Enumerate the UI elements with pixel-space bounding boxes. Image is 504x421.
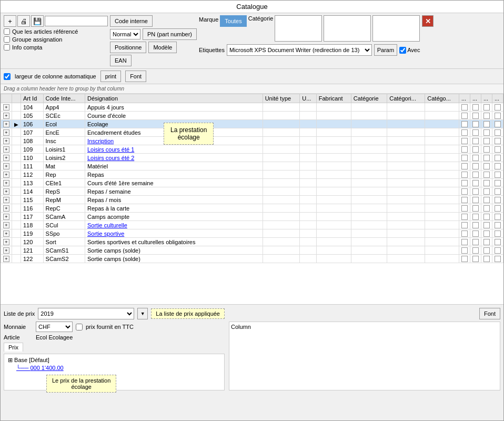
- table-row[interactable]: + 110 Loisirs2 Loisirs cours été 2: [1, 154, 503, 162]
- param-btn[interactable]: Param: [374, 44, 397, 56]
- price-value-item[interactable]: └── 000 1'400.00: [6, 365, 223, 371]
- table-row[interactable]: + 112 Rep Repas: [1, 171, 503, 179]
- expand-btn[interactable]: +: [3, 188, 9, 195]
- toutes-tab[interactable]: Toutes: [220, 15, 246, 27]
- toutes1-filter[interactable]: [275, 15, 322, 42]
- table-row[interactable]: + 108 Insc Inscription: [1, 137, 503, 145]
- col-c1[interactable]: ...: [459, 94, 470, 103]
- col-categorie[interactable]: Catégorie: [351, 94, 387, 103]
- toutes3-filter[interactable]: [372, 15, 420, 42]
- print-btn[interactable]: print: [100, 71, 121, 82]
- col-cat3[interactable]: Catégo...: [425, 94, 459, 103]
- prix-ttc-check[interactable]: [76, 324, 83, 330]
- bottom-left-panel: Liste de prix 2019 ▼ La liste de prix ap…: [4, 308, 225, 390]
- new-button[interactable]: +: [4, 15, 16, 27]
- expand-btn[interactable]: +: [3, 205, 9, 212]
- expand-btn[interactable]: +: [3, 180, 9, 186]
- expand-btn[interactable]: +: [3, 138, 9, 144]
- art-id-cell: 118: [21, 221, 44, 229]
- table-row[interactable]: + 109 Loisirs1 Loisirs cours été 1: [1, 145, 503, 154]
- info-compta-check[interactable]: [4, 44, 10, 51]
- avec-check[interactable]: [399, 47, 406, 54]
- liste-prix-select[interactable]: 2019: [38, 308, 134, 319]
- prix-tab[interactable]: Prix: [4, 343, 23, 352]
- table-row[interactable]: + 115 RepM Repas / mois: [1, 196, 503, 204]
- cat3-cell: [425, 187, 459, 196]
- expand-btn[interactable]: +: [3, 113, 9, 119]
- save-button[interactable]: 💾: [31, 15, 44, 27]
- font-btn[interactable]: Font: [125, 71, 146, 82]
- cat2-cell: [387, 120, 425, 128]
- expand-btn[interactable]: +: [3, 146, 9, 153]
- code-cell: SCamS2: [43, 255, 85, 263]
- ean-btn[interactable]: EAN: [110, 55, 132, 66]
- bottom-font-btn[interactable]: Font: [479, 308, 500, 319]
- cat3-cell: [425, 162, 459, 171]
- col-code[interactable]: Code Inte...: [43, 94, 85, 103]
- expand-btn[interactable]: +: [3, 121, 9, 127]
- expand-btn[interactable]: +: [3, 104, 9, 111]
- expand-btn[interactable]: +: [3, 172, 9, 178]
- arrow-cell: [12, 196, 21, 204]
- positionne-btn[interactable]: Positionne: [110, 42, 146, 53]
- col-cat2[interactable]: Catégori...: [387, 94, 425, 103]
- col-designation[interactable]: Désignation: [85, 94, 263, 103]
- expand-cell: +: [1, 255, 12, 263]
- col-unite-type[interactable]: Unité type: [263, 94, 300, 103]
- expand-btn[interactable]: +: [3, 163, 9, 169]
- modele-btn[interactable]: Modèle: [148, 42, 177, 53]
- table-row[interactable]: + 117 SCamA Camps acompte: [1, 213, 503, 221]
- expand-btn[interactable]: +: [3, 155, 9, 161]
- col-u[interactable]: U...: [300, 94, 317, 103]
- table-row[interactable]: + 118 SCul Sortie culturelle: [1, 221, 503, 229]
- table-row[interactable]: + 116 RepC Repas à la carte: [1, 204, 503, 213]
- col-fabricant[interactable]: Fabricant: [316, 94, 351, 103]
- table-row[interactable]: + 119 SSpo Sortie sportive: [1, 229, 503, 238]
- table-row[interactable]: + 113 CEte1 Cours d'été 1ère semaine: [1, 179, 503, 187]
- c2-cell: [470, 255, 481, 263]
- col-arrow: [12, 94, 21, 103]
- que-les-articles-check[interactable]: [4, 28, 10, 35]
- groupe-assignation-check[interactable]: [4, 36, 10, 43]
- expand-btn[interactable]: +: [3, 230, 9, 237]
- pn-btn[interactable]: PN (part number): [143, 28, 197, 40]
- table-row[interactable]: + 111 Mat Matériel: [1, 162, 503, 171]
- code-interne-btn[interactable]: Code interne: [110, 15, 153, 27]
- u-cell: [300, 221, 317, 229]
- table-row[interactable]: + 104 App4 Appuis 4 jours: [1, 103, 503, 112]
- col-c4[interactable]: ...: [492, 94, 503, 103]
- expand-btn[interactable]: +: [3, 129, 9, 136]
- cat2-cell: [387, 196, 425, 204]
- print-button[interactable]: 🖨: [17, 15, 30, 27]
- close-button[interactable]: ✕: [422, 15, 434, 27]
- table-row[interactable]: + 107 EncE Encadrement études: [1, 128, 503, 137]
- table-container[interactable]: Art Id Code Inte... Désignation Unité ty…: [1, 94, 503, 304]
- table-row[interactable]: + 120 Sort Sorties sportives et culturel…: [1, 238, 503, 246]
- col-c3[interactable]: ...: [481, 94, 492, 103]
- art-id-cell: 104: [21, 103, 44, 112]
- toutes2-filter[interactable]: [324, 15, 371, 42]
- toolbar-icons-section: + 🖨 💾 Que les articles référencé Groupe …: [4, 15, 108, 51]
- expand-btn[interactable]: +: [3, 256, 9, 262]
- expand-btn[interactable]: +: [3, 247, 9, 254]
- table-row[interactable]: + 105 SCEc Course d'école: [1, 112, 503, 120]
- largeur-colonne-check[interactable]: [4, 73, 11, 80]
- table-row[interactable]: + ▶ 106 Ecol Ecolage: [1, 120, 503, 128]
- normal-select[interactable]: Normal: [110, 29, 140, 39]
- col-art-id[interactable]: Art Id: [21, 94, 44, 103]
- table-row[interactable]: + 114 RepS Repas / semaine: [1, 187, 503, 196]
- expand-btn[interactable]: +: [3, 214, 9, 220]
- code-input[interactable]: [45, 16, 108, 26]
- monnaie-select[interactable]: CHF: [36, 322, 73, 332]
- code-cell: Loisirs2: [43, 154, 85, 162]
- expand-btn[interactable]: +: [3, 239, 9, 245]
- printer-select[interactable]: Microsoft XPS Document Writer (redirecti…: [227, 44, 372, 56]
- expand-btn[interactable]: +: [3, 222, 9, 228]
- table-row[interactable]: + 122 SCamS2 Sortie camps (solde): [1, 255, 503, 263]
- art-id-cell: 109: [21, 145, 44, 154]
- expand-btn[interactable]: +: [3, 197, 9, 203]
- col-c2[interactable]: ...: [470, 94, 481, 103]
- liste-prix-arrow-btn[interactable]: ▼: [137, 308, 148, 319]
- table-row[interactable]: + 121 SCamS1 Sortie camps (solde): [1, 246, 503, 255]
- categorie-cell: [351, 171, 387, 179]
